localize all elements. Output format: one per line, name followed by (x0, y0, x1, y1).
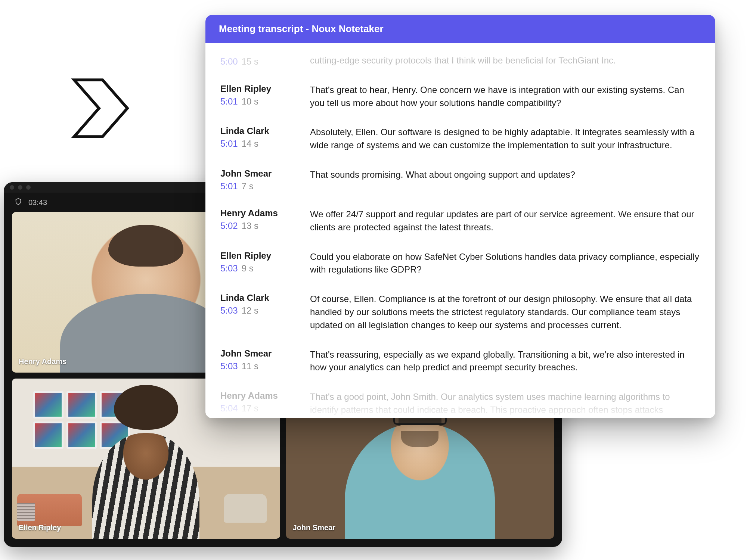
entry-speaker: Linda Clark (220, 293, 299, 303)
entry-timestamp[interactable]: 5:04 (220, 403, 238, 413)
entry-duration: 17 s (242, 403, 258, 413)
transcript-entry[interactable]: Ellen Ripley5:039 sCould you elaborate o… (220, 243, 700, 286)
entry-timing: 5:0312 s (220, 305, 299, 316)
entry-timestamp[interactable]: 5:01 (220, 139, 238, 149)
entry-text: Of course, Ellen. Compliance is at the f… (310, 293, 700, 332)
entry-text: Absolutely, Ellen. Our software is desig… (310, 126, 700, 152)
qr-badge (17, 503, 35, 521)
entry-text: That's great to hear, Henry. One concern… (310, 84, 700, 110)
transcript-body[interactable]: 5:0015 scutting-edge security protocols … (205, 43, 715, 418)
participant-name: Ellen Ripley (19, 523, 61, 532)
entry-timestamp[interactable]: 5:02 (220, 221, 238, 231)
transcript-entry[interactable]: Ellen Ripley5:0110 sThat's great to hear… (220, 76, 700, 119)
participant-name: John Smear (293, 523, 335, 532)
entry-duration: 11 s (242, 361, 258, 371)
entry-meta: Henry Adams5:0213 s (220, 208, 299, 234)
entry-meta: John Smear5:0311 s (220, 348, 299, 374)
transcript-entry[interactable]: John Smear5:0311 sThat's reassuring, esp… (220, 341, 700, 383)
window-control-dot[interactable] (18, 185, 22, 190)
entry-meta: Ellen Ripley5:039 s (220, 251, 299, 277)
entry-speaker: John Smear (220, 348, 299, 359)
chevron-right-icon (63, 73, 134, 144)
entry-duration: 14 s (242, 139, 258, 149)
entry-meta: Linda Clark5:0312 s (220, 293, 299, 332)
entry-text: Could you elaborate on how SafeNet Cyber… (310, 251, 700, 277)
window-control-dot[interactable] (10, 185, 14, 190)
entry-timestamp[interactable]: 5:01 (220, 96, 238, 106)
entry-duration: 13 s (242, 221, 258, 231)
entry-timing: 5:0110 s (220, 96, 299, 107)
entry-meta: Henry Adams5:0417 s (220, 391, 299, 417)
entry-timestamp[interactable]: 5:03 (220, 263, 238, 273)
entry-timestamp[interactable]: 5:03 (220, 305, 238, 315)
entry-text: That's a good point, John Smith. Our ana… (310, 391, 700, 417)
svg-marker-0 (74, 80, 128, 137)
entry-speaker: Ellen Ripley (220, 84, 299, 94)
entry-timestamp[interactable]: 5:01 (220, 181, 238, 191)
transcript-entry[interactable]: Henry Adams5:0213 sWe offer 24/7 support… (220, 200, 700, 243)
entry-timing: 5:0213 s (220, 221, 299, 231)
entry-text: cutting-edge security protocols that I t… (310, 54, 700, 67)
entry-speaker: John Smear (220, 168, 299, 179)
entry-text: We offer 24/7 support and regular update… (310, 208, 700, 234)
entry-duration: 12 s (242, 305, 258, 315)
entry-speaker: Henry Adams (220, 391, 299, 401)
entry-text: That sounds promising. What about ongoin… (310, 168, 700, 192)
window-control-dot[interactable] (26, 185, 31, 190)
entry-timing: 5:0015 s (220, 56, 299, 67)
shield-icon (14, 197, 22, 208)
entry-duration: 9 s (242, 263, 254, 273)
entry-duration: 7 s (242, 181, 254, 191)
transcript-entry[interactable]: 5:0015 scutting-edge security protocols … (220, 47, 700, 76)
entry-timestamp[interactable]: 5:03 (220, 361, 238, 371)
entry-meta: John Smear5:017 s (220, 168, 299, 192)
transcript-entry[interactable]: Linda Clark5:0114 sAbsolutely, Ellen. Ou… (220, 118, 700, 161)
transcript-entry[interactable]: John Smear5:017 sThat sounds promising. … (220, 161, 700, 200)
entry-speaker: Henry Adams (220, 208, 299, 218)
transcript-entry[interactable]: Henry Adams5:0417 sThat's a good point, … (220, 383, 700, 418)
entry-duration: 10 s (242, 96, 258, 106)
entry-timestamp[interactable]: 5:00 (220, 56, 238, 66)
transcript-entry[interactable]: Linda Clark5:0312 sOf course, Ellen. Com… (220, 285, 700, 340)
entry-timing: 5:0417 s (220, 403, 299, 414)
entry-timing: 5:0311 s (220, 361, 299, 371)
entry-speaker: Ellen Ripley (220, 251, 299, 261)
participant-name: Henry Adams (19, 357, 66, 366)
entry-meta: Ellen Ripley5:0110 s (220, 84, 299, 110)
entry-timing: 5:0114 s (220, 139, 299, 149)
entry-duration: 15 s (242, 56, 258, 66)
entry-speaker: Linda Clark (220, 126, 299, 136)
transcript-panel: Meeting transcript - Noux Notetaker 5:00… (205, 15, 715, 418)
entry-text: That's reassuring, especially as we expa… (310, 348, 700, 374)
entry-meta: Linda Clark5:0114 s (220, 126, 299, 152)
entry-meta: 5:0015 s (220, 54, 299, 67)
call-timer: 03:43 (28, 198, 47, 207)
entry-timing: 5:017 s (220, 181, 299, 192)
transcript-title: Meeting transcript - Noux Notetaker (205, 15, 715, 43)
entry-timing: 5:039 s (220, 263, 299, 274)
